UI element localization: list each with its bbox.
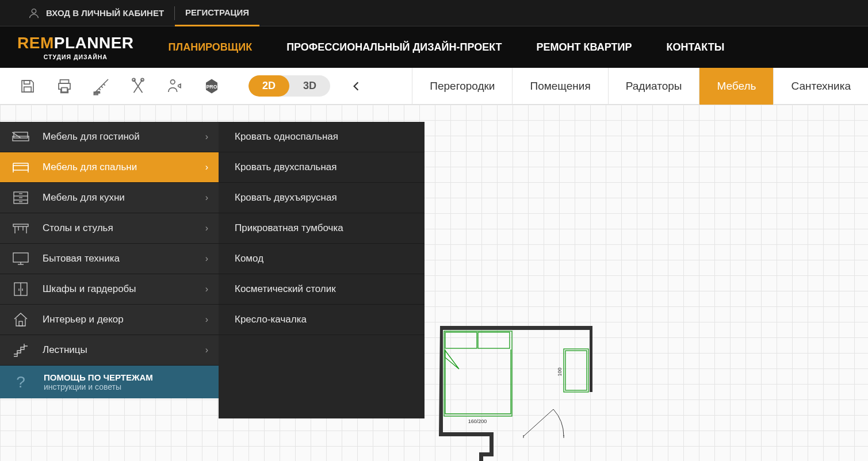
wardrobe-icon — [10, 282, 31, 297]
main-nav: ПЛАНИРОВЩИК ПРОФЕССИОНАЛЬНЫЙ ДИЗАЙН-ПРОЕ… — [169, 41, 725, 53]
sub-rocking-chair[interactable]: Кресло-качалка — [219, 305, 425, 335]
svg-rect-4 — [62, 87, 67, 92]
closet-dim-label: 100 — [557, 367, 563, 376]
svg-rect-70 — [13, 253, 28, 262]
help-title: ПОМОЩЬ ПО ЧЕРТЕЖАМ — [44, 372, 153, 382]
chevron-right-icon: › — [205, 162, 208, 172]
svg-rect-33 — [564, 349, 588, 392]
svg-point-8 — [171, 79, 175, 84]
category-sidebar: Мебель для гостиной › Мебель для спальни… — [0, 122, 219, 398]
person-icon[interactable] — [165, 76, 185, 97]
cat-label: Мебель для гостиной — [43, 131, 205, 143]
chevron-right-icon: › — [205, 314, 208, 325]
pro-badge-icon[interactable]: PRO — [201, 76, 222, 97]
chevron-right-icon: › — [205, 132, 208, 142]
tools-icon[interactable] — [128, 76, 148, 97]
tagline: СТУДИЯ ДИЗАЙНА — [40, 53, 111, 60]
tab-partitions[interactable]: Перегородки — [412, 68, 512, 105]
chevron-right-icon: › — [205, 345, 208, 355]
chevron-right-icon: › — [205, 223, 208, 233]
user-icon — [28, 7, 40, 20]
help-subtitle: инструкции и советы — [44, 382, 153, 391]
cat-stairs[interactable]: Лестницы › — [0, 335, 219, 366]
sub-dresser[interactable]: Комод — [219, 244, 425, 274]
nav-renovation[interactable]: РЕМОНТ КВАРТИР — [537, 41, 632, 53]
tab-radiators[interactable]: Радиаторы — [608, 68, 699, 105]
bed-dim-label: 160/200 — [468, 418, 487, 424]
chevron-right-icon: › — [205, 284, 208, 294]
svg-rect-65 — [13, 224, 28, 226]
top-bar: ВХОД В ЛИЧНЫЙ КАБИНЕТ РЕГИСТРАЦИЯ — [0, 0, 868, 26]
cat-decor[interactable]: Интерьер и декор › — [0, 305, 219, 335]
category-tabs: Перегородки Помещения Радиаторы Мебель С… — [412, 68, 868, 105]
header: REMPLANNER СТУДИЯ ДИЗАЙНА ПЛАНИРОВЩИК ПР… — [0, 26, 868, 68]
register-link[interactable]: РЕГИСТРАЦИЯ — [175, 0, 259, 26]
view-toggle: 2D 3D — [248, 75, 330, 97]
save-icon[interactable] — [17, 76, 38, 97]
cat-label: Мебель для кухни — [43, 192, 205, 203]
drawers-icon — [10, 191, 31, 205]
cat-bedroom[interactable]: Мебель для спальни › — [0, 152, 219, 183]
view-3d-button[interactable]: 3D — [289, 75, 330, 97]
house-icon — [10, 312, 31, 327]
svg-text:m²: m² — [94, 90, 100, 95]
login-link[interactable]: ВХОД В ЛИЧНЫЙ КАБИНЕТ — [17, 0, 174, 26]
logo-rem: REM — [17, 34, 54, 52]
question-icon: ? — [10, 373, 31, 391]
svg-rect-1 — [24, 80, 30, 84]
measure-icon[interactable]: m² — [91, 76, 112, 97]
chevron-right-icon: › — [205, 193, 208, 203]
sub-vanity[interactable]: Косметический столик — [219, 274, 425, 305]
svg-line-54 — [12, 132, 21, 138]
svg-rect-53 — [13, 136, 29, 141]
cat-wardrobes[interactable]: Шкафы и гардеробы › — [0, 274, 219, 305]
tab-plumbing[interactable]: Сантехника — [773, 68, 868, 105]
svg-rect-3 — [60, 79, 69, 83]
tab-rooms[interactable]: Помещения — [512, 68, 607, 105]
cat-label: Бытовая техника — [43, 253, 205, 264]
svg-rect-77 — [19, 321, 22, 326]
tabs-scroll-left[interactable] — [342, 81, 370, 91]
view-2d-button[interactable]: 2D — [248, 75, 289, 97]
sub-bed-double[interactable]: Кровать двухспальная — [219, 152, 425, 183]
sofa-icon — [10, 130, 31, 143]
svg-rect-2 — [24, 87, 32, 92]
cat-label: Интерьер и декор — [43, 314, 205, 325]
register-label: РЕГИСТРАЦИЯ — [185, 7, 249, 17]
svg-rect-55 — [13, 166, 28, 170]
submenu: Кровать односпальная Кровать двухспальна… — [219, 122, 425, 418]
cat-tables-chairs[interactable]: Столы и стулья › — [0, 213, 219, 244]
login-label: ВХОД В ЛИЧНЫЙ КАБИНЕТ — [46, 8, 164, 18]
svg-rect-31 — [445, 332, 477, 348]
cat-kitchen[interactable]: Мебель для кухни › — [0, 183, 219, 213]
tab-furniture[interactable]: Мебель — [699, 68, 773, 105]
cat-label: Шкафы и гардеробы — [43, 283, 205, 295]
cat-label: Лестницы — [43, 344, 205, 356]
print-icon[interactable] — [54, 76, 75, 97]
nav-design[interactable]: ПРОФЕССИОНАЛЬНЫЙ ДИЗАЙН-ПРОЕКТ — [286, 41, 502, 53]
sub-bed-single[interactable]: Кровать односпальная — [219, 122, 425, 152]
table-icon — [10, 222, 31, 235]
bed-icon — [10, 161, 31, 174]
cat-label: Столы и стулья — [43, 222, 205, 234]
cat-living-room[interactable]: Мебель для гостиной › — [0, 122, 219, 152]
nav-contacts[interactable]: КОНТАКТЫ — [666, 41, 724, 53]
svg-text:PRO: PRO — [207, 83, 217, 89]
logo[interactable]: REMPLANNER СТУДИЯ ДИЗАЙНА — [17, 34, 134, 60]
submenu-filler — [219, 335, 425, 418]
svg-rect-34 — [565, 351, 587, 390]
sub-bed-bunk[interactable]: Кровать двухъярусная — [219, 183, 425, 213]
cat-label: Мебель для спальни — [43, 162, 205, 173]
nav-planner[interactable]: ПЛАНИРОВЩИК — [169, 41, 253, 53]
floorplan[interactable]: 160/200 100 100/6 — [420, 323, 610, 461]
cat-appliances[interactable]: Бытовая техника › — [0, 244, 219, 274]
sub-nightstand[interactable]: Прикроватная тумбочка — [219, 213, 425, 244]
stairs-icon — [10, 343, 31, 358]
toolbar: m² PRO 2D 3D Перегородки Помещения Радиа… — [0, 68, 868, 105]
svg-point-0 — [32, 9, 36, 13]
chevron-right-icon: › — [205, 253, 208, 264]
svg-rect-32 — [478, 332, 510, 348]
help-item[interactable]: ? ПОМОЩЬ ПО ЧЕРТЕЖАМ инструкции и советы — [0, 366, 219, 398]
logo-planner: PLANNER — [54, 34, 134, 52]
monitor-icon — [10, 252, 31, 266]
